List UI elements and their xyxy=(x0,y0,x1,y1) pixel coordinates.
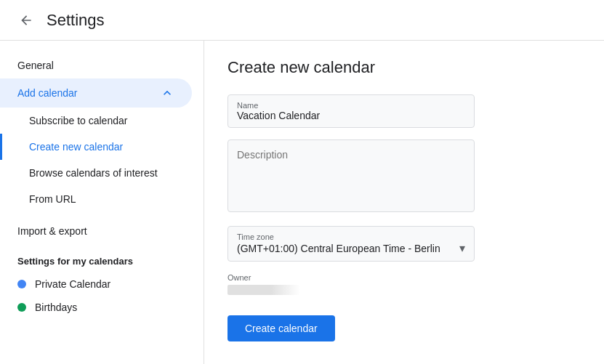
chevron-down-icon: ▾ xyxy=(459,241,465,255)
sidebar-item-subscribe[interactable]: Subscribe to calendar xyxy=(0,108,192,134)
sidebar-item-import-export[interactable]: Import & export xyxy=(0,218,192,244)
private-calendar-label: Private Calendar xyxy=(35,278,110,290)
header: Settings xyxy=(0,0,604,41)
sidebar-item-general[interactable]: General xyxy=(0,52,192,78)
timezone-select[interactable]: Time zone (GMT+01:00) Central European T… xyxy=(227,226,475,262)
owner-value-blurred xyxy=(227,285,300,295)
page-header-title: Settings xyxy=(47,11,105,30)
timezone-field-group: Time zone (GMT+01:00) Central European T… xyxy=(227,226,581,262)
timezone-label: Time zone xyxy=(237,232,465,241)
sidebar-calendar-private[interactable]: Private Calendar xyxy=(0,272,204,296)
my-calendars-title: Settings for my calendars xyxy=(0,244,204,272)
main-content: Create new calendar Name Time zone (GMT+… xyxy=(204,41,604,364)
main-layout: General Add calendar Subscribe to calend… xyxy=(0,41,604,364)
create-calendar-button[interactable]: Create calendar xyxy=(227,315,335,341)
birthdays-calendar-dot xyxy=(17,303,26,312)
description-textarea[interactable] xyxy=(227,139,475,212)
sidebar-item-browse[interactable]: Browse calendars of interest xyxy=(0,160,192,186)
timezone-value: (GMT+01:00) Central European Time - Berl… xyxy=(237,243,440,254)
owner-field-group: Owner xyxy=(227,273,581,295)
name-input[interactable] xyxy=(237,110,465,121)
back-button[interactable] xyxy=(12,6,41,35)
owner-label: Owner xyxy=(227,273,475,282)
sidebar-calendar-birthdays[interactable]: Birthdays xyxy=(0,296,204,319)
name-label: Name xyxy=(237,101,465,110)
description-field-group xyxy=(227,139,581,214)
sidebar-item-create-calendar[interactable]: Create new calendar xyxy=(0,134,192,160)
sidebar: General Add calendar Subscribe to calend… xyxy=(0,41,204,364)
birthdays-calendar-label: Birthdays xyxy=(35,302,77,313)
owner-wrapper: Owner xyxy=(227,273,475,295)
timezone-select-row: (GMT+01:00) Central European Time - Berl… xyxy=(237,241,465,255)
sidebar-item-add-calendar[interactable]: Add calendar xyxy=(0,78,192,108)
name-field-group: Name xyxy=(227,94,581,128)
private-calendar-dot xyxy=(17,280,26,288)
name-field-wrapper[interactable]: Name xyxy=(227,94,475,128)
sidebar-item-from-url[interactable]: From URL xyxy=(0,186,192,212)
page-title: Create new calendar xyxy=(227,58,581,77)
